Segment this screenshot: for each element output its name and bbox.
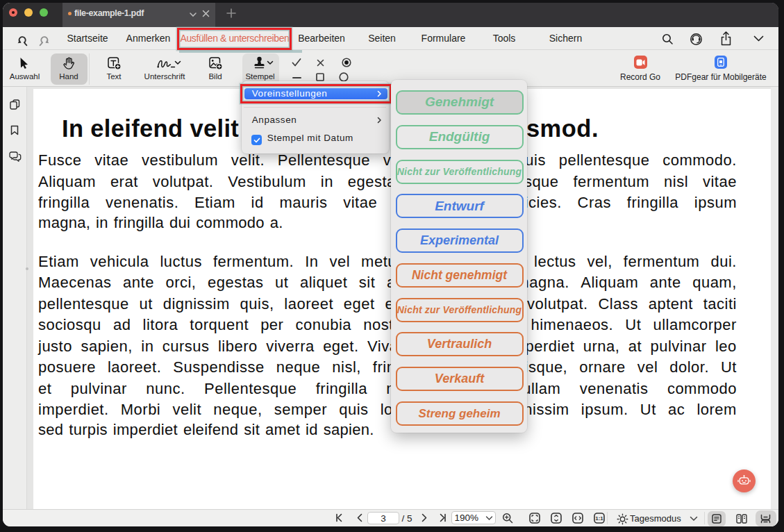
svg-text:1:1: 1:1 <box>595 515 603 522</box>
